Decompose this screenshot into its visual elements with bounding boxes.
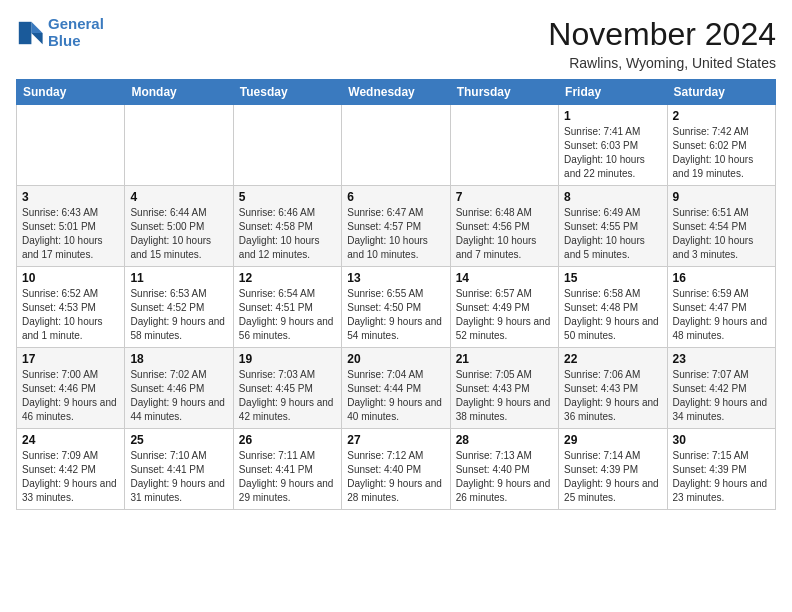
day-number: 5 <box>239 190 336 204</box>
calendar-cell <box>125 105 233 186</box>
calendar-cell: 2Sunrise: 7:42 AM Sunset: 6:02 PM Daylig… <box>667 105 775 186</box>
calendar-cell: 24Sunrise: 7:09 AM Sunset: 4:42 PM Dayli… <box>17 429 125 510</box>
day-info: Sunrise: 7:07 AM Sunset: 4:42 PM Dayligh… <box>673 368 770 424</box>
day-number: 25 <box>130 433 227 447</box>
day-number: 30 <box>673 433 770 447</box>
weekday-monday: Monday <box>125 80 233 105</box>
day-info: Sunrise: 6:47 AM Sunset: 4:57 PM Dayligh… <box>347 206 444 262</box>
day-number: 17 <box>22 352 119 366</box>
calendar-cell: 15Sunrise: 6:58 AM Sunset: 4:48 PM Dayli… <box>559 267 667 348</box>
calendar-cell: 5Sunrise: 6:46 AM Sunset: 4:58 PM Daylig… <box>233 186 341 267</box>
calendar-cell: 11Sunrise: 6:53 AM Sunset: 4:52 PM Dayli… <box>125 267 233 348</box>
day-info: Sunrise: 7:05 AM Sunset: 4:43 PM Dayligh… <box>456 368 553 424</box>
day-info: Sunrise: 6:43 AM Sunset: 5:01 PM Dayligh… <box>22 206 119 262</box>
day-number: 12 <box>239 271 336 285</box>
weekday-friday: Friday <box>559 80 667 105</box>
day-info: Sunrise: 7:42 AM Sunset: 6:02 PM Dayligh… <box>673 125 770 181</box>
calendar-cell: 23Sunrise: 7:07 AM Sunset: 4:42 PM Dayli… <box>667 348 775 429</box>
day-number: 4 <box>130 190 227 204</box>
day-info: Sunrise: 7:02 AM Sunset: 4:46 PM Dayligh… <box>130 368 227 424</box>
day-number: 29 <box>564 433 661 447</box>
calendar-cell <box>233 105 341 186</box>
day-number: 11 <box>130 271 227 285</box>
day-info: Sunrise: 6:53 AM Sunset: 4:52 PM Dayligh… <box>130 287 227 343</box>
day-number: 13 <box>347 271 444 285</box>
weekday-tuesday: Tuesday <box>233 80 341 105</box>
calendar-week-2: 3Sunrise: 6:43 AM Sunset: 5:01 PM Daylig… <box>17 186 776 267</box>
day-number: 19 <box>239 352 336 366</box>
calendar-cell <box>450 105 558 186</box>
day-info: Sunrise: 7:10 AM Sunset: 4:41 PM Dayligh… <box>130 449 227 505</box>
day-number: 10 <box>22 271 119 285</box>
day-number: 27 <box>347 433 444 447</box>
day-info: Sunrise: 7:06 AM Sunset: 4:43 PM Dayligh… <box>564 368 661 424</box>
day-info: Sunrise: 6:44 AM Sunset: 5:00 PM Dayligh… <box>130 206 227 262</box>
logo: General Blue <box>16 16 104 49</box>
calendar-cell: 21Sunrise: 7:05 AM Sunset: 4:43 PM Dayli… <box>450 348 558 429</box>
calendar-cell: 16Sunrise: 6:59 AM Sunset: 4:47 PM Dayli… <box>667 267 775 348</box>
day-info: Sunrise: 6:59 AM Sunset: 4:47 PM Dayligh… <box>673 287 770 343</box>
day-info: Sunrise: 6:46 AM Sunset: 4:58 PM Dayligh… <box>239 206 336 262</box>
day-number: 22 <box>564 352 661 366</box>
calendar-cell: 9Sunrise: 6:51 AM Sunset: 4:54 PM Daylig… <box>667 186 775 267</box>
svg-marker-1 <box>31 33 42 44</box>
calendar-week-3: 10Sunrise: 6:52 AM Sunset: 4:53 PM Dayli… <box>17 267 776 348</box>
calendar-cell: 20Sunrise: 7:04 AM Sunset: 4:44 PM Dayli… <box>342 348 450 429</box>
day-info: Sunrise: 6:49 AM Sunset: 4:55 PM Dayligh… <box>564 206 661 262</box>
calendar-cell: 7Sunrise: 6:48 AM Sunset: 4:56 PM Daylig… <box>450 186 558 267</box>
day-info: Sunrise: 7:15 AM Sunset: 4:39 PM Dayligh… <box>673 449 770 505</box>
day-number: 8 <box>564 190 661 204</box>
day-number: 3 <box>22 190 119 204</box>
day-number: 20 <box>347 352 444 366</box>
calendar-cell: 18Sunrise: 7:02 AM Sunset: 4:46 PM Dayli… <box>125 348 233 429</box>
calendar-cell: 27Sunrise: 7:12 AM Sunset: 4:40 PM Dayli… <box>342 429 450 510</box>
location: Rawlins, Wyoming, United States <box>548 55 776 71</box>
day-info: Sunrise: 6:48 AM Sunset: 4:56 PM Dayligh… <box>456 206 553 262</box>
calendar-table: SundayMondayTuesdayWednesdayThursdayFrid… <box>16 79 776 510</box>
weekday-thursday: Thursday <box>450 80 558 105</box>
day-info: Sunrise: 6:58 AM Sunset: 4:48 PM Dayligh… <box>564 287 661 343</box>
calendar-cell: 3Sunrise: 6:43 AM Sunset: 5:01 PM Daylig… <box>17 186 125 267</box>
calendar-cell: 25Sunrise: 7:10 AM Sunset: 4:41 PM Dayli… <box>125 429 233 510</box>
day-info: Sunrise: 7:00 AM Sunset: 4:46 PM Dayligh… <box>22 368 119 424</box>
calendar-week-5: 24Sunrise: 7:09 AM Sunset: 4:42 PM Dayli… <box>17 429 776 510</box>
calendar-week-1: 1Sunrise: 7:41 AM Sunset: 6:03 PM Daylig… <box>17 105 776 186</box>
day-info: Sunrise: 7:09 AM Sunset: 4:42 PM Dayligh… <box>22 449 119 505</box>
calendar-week-4: 17Sunrise: 7:00 AM Sunset: 4:46 PM Dayli… <box>17 348 776 429</box>
calendar-cell: 19Sunrise: 7:03 AM Sunset: 4:45 PM Dayli… <box>233 348 341 429</box>
weekday-saturday: Saturday <box>667 80 775 105</box>
day-info: Sunrise: 7:41 AM Sunset: 6:03 PM Dayligh… <box>564 125 661 181</box>
day-info: Sunrise: 7:13 AM Sunset: 4:40 PM Dayligh… <box>456 449 553 505</box>
day-number: 2 <box>673 109 770 123</box>
day-number: 6 <box>347 190 444 204</box>
logo-text: General Blue <box>48 16 104 49</box>
day-info: Sunrise: 6:55 AM Sunset: 4:50 PM Dayligh… <box>347 287 444 343</box>
calendar-cell: 17Sunrise: 7:00 AM Sunset: 4:46 PM Dayli… <box>17 348 125 429</box>
day-number: 1 <box>564 109 661 123</box>
day-number: 23 <box>673 352 770 366</box>
day-number: 21 <box>456 352 553 366</box>
day-info: Sunrise: 6:57 AM Sunset: 4:49 PM Dayligh… <box>456 287 553 343</box>
svg-rect-2 <box>19 21 32 43</box>
day-info: Sunrise: 7:03 AM Sunset: 4:45 PM Dayligh… <box>239 368 336 424</box>
calendar-cell <box>342 105 450 186</box>
day-number: 7 <box>456 190 553 204</box>
calendar-cell: 10Sunrise: 6:52 AM Sunset: 4:53 PM Dayli… <box>17 267 125 348</box>
calendar-cell: 6Sunrise: 6:47 AM Sunset: 4:57 PM Daylig… <box>342 186 450 267</box>
calendar-cell: 13Sunrise: 6:55 AM Sunset: 4:50 PM Dayli… <box>342 267 450 348</box>
calendar-cell: 4Sunrise: 6:44 AM Sunset: 5:00 PM Daylig… <box>125 186 233 267</box>
logo-icon <box>16 19 44 47</box>
calendar-cell: 28Sunrise: 7:13 AM Sunset: 4:40 PM Dayli… <box>450 429 558 510</box>
calendar-cell <box>17 105 125 186</box>
calendar-cell: 22Sunrise: 7:06 AM Sunset: 4:43 PM Dayli… <box>559 348 667 429</box>
svg-marker-0 <box>31 21 42 32</box>
calendar-cell: 29Sunrise: 7:14 AM Sunset: 4:39 PM Dayli… <box>559 429 667 510</box>
calendar-cell: 12Sunrise: 6:54 AM Sunset: 4:51 PM Dayli… <box>233 267 341 348</box>
day-number: 26 <box>239 433 336 447</box>
day-number: 15 <box>564 271 661 285</box>
calendar-cell: 14Sunrise: 6:57 AM Sunset: 4:49 PM Dayli… <box>450 267 558 348</box>
calendar-cell: 8Sunrise: 6:49 AM Sunset: 4:55 PM Daylig… <box>559 186 667 267</box>
day-info: Sunrise: 7:11 AM Sunset: 4:41 PM Dayligh… <box>239 449 336 505</box>
calendar-cell: 1Sunrise: 7:41 AM Sunset: 6:03 PM Daylig… <box>559 105 667 186</box>
day-number: 18 <box>130 352 227 366</box>
